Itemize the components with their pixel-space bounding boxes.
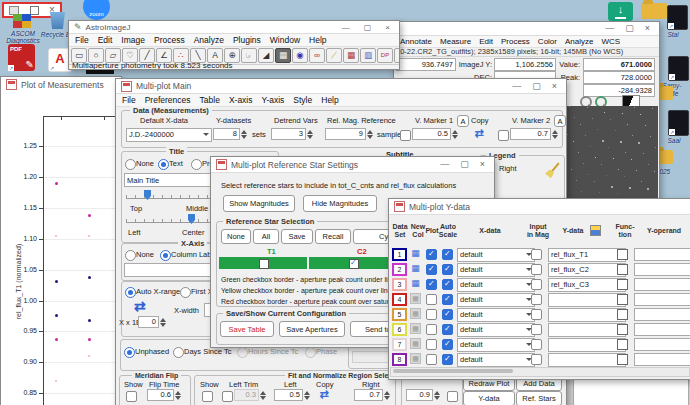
menu-yaxis[interactable]: Y-axis: [262, 95, 285, 105]
save-table-button[interactable]: Save Table: [220, 321, 274, 337]
menu-xaxis[interactable]: X-axis: [229, 95, 253, 105]
menu-edit[interactable]: Edit: [98, 35, 113, 45]
phase-radio[interactable]: [305, 347, 316, 358]
save-button[interactable]: Save: [281, 229, 313, 244]
auto-scale-checkbox[interactable]: [442, 264, 453, 275]
y-operand-field[interactable]: [634, 263, 690, 276]
new-col-icon[interactable]: ▦: [410, 308, 421, 319]
y-operand-field[interactable]: [634, 293, 690, 306]
plot-checkbox[interactable]: [426, 354, 437, 365]
plot-checkbox[interactable]: [426, 324, 437, 335]
minimize-icon[interactable]: —: [342, 23, 350, 32]
new-col-icon[interactable]: ▦: [410, 248, 421, 259]
new-col-icon[interactable]: ▦: [410, 323, 421, 334]
fit-left-spinner[interactable]: 0.5: [274, 389, 312, 401]
ydata-hscrollbar[interactable]: [390, 367, 690, 377]
y-data-dropdown[interactable]: rel_flux_C2: [548, 263, 626, 277]
plot-checkbox[interactable]: [426, 294, 437, 305]
y-operand-field[interactable]: [634, 308, 690, 321]
menu-file[interactable]: File: [75, 35, 89, 45]
auto-scale-checkbox[interactable]: [442, 339, 453, 350]
downloads-icon[interactable]: ↓: [608, 2, 633, 21]
multiplot-main-titlebar[interactable]: Multi-plot Main — ▢ ×: [116, 79, 566, 94]
xaxis-none-radio[interactable]: [125, 250, 136, 261]
y-data-dropdown[interactable]: [548, 338, 626, 352]
auto-scale-checkbox[interactable]: [442, 294, 453, 305]
fit-copy-icon[interactable]: ⇄: [314, 388, 334, 401]
close-icon[interactable]: ×: [385, 23, 390, 32]
y-data-dropdown[interactable]: [548, 353, 626, 367]
auto-x-range-radio[interactable]: [125, 287, 136, 298]
menu-measure[interactable]: Measure: [440, 37, 471, 46]
star-c2-checkbox[interactable]: [349, 259, 359, 269]
title-text-radio[interactable]: [158, 159, 169, 170]
new-col-icon[interactable]: ▦: [410, 278, 421, 289]
table-tool[interactable]: ▥: [360, 48, 376, 63]
unphased-radio[interactable]: [124, 347, 135, 358]
plot-checkbox[interactable]: [426, 279, 437, 290]
plot-checkbox[interactable]: [426, 249, 437, 260]
app-icon[interactable]: ↗: [668, 110, 689, 136]
default-x-dropdown[interactable]: J.D.-2400000: [126, 128, 212, 142]
x-data-dropdown[interactable]: default: [457, 353, 535, 367]
x-data-dropdown[interactable]: default: [457, 338, 535, 352]
auto-scale-checkbox[interactable]: [442, 324, 453, 335]
v-marker2-a-button[interactable]: A: [554, 115, 566, 127]
input-in-mag-checkbox[interactable]: [531, 294, 542, 305]
minimize-icon[interactable]: —: [440, 160, 449, 169]
left-trim-spinner[interactable]: 0.3: [234, 389, 268, 401]
menu-process[interactable]: Process: [501, 37, 530, 46]
minimize-icon[interactable]: —: [605, 24, 614, 33]
imagej-x-field[interactable]: 936.7497: [396, 58, 456, 71]
ref-stars-button[interactable]: Ref. Stars: [516, 391, 562, 405]
x-range-arrows-icon[interactable]: ⇄: [134, 298, 146, 314]
input-in-mag-checkbox[interactable]: [531, 279, 542, 290]
image-window-titlebar[interactable]: — ▢ ×: [394, 22, 659, 36]
auto-scale-checkbox[interactable]: [442, 309, 453, 320]
maximize-icon[interactable]: ▢: [364, 23, 372, 32]
y-data-dropdown[interactable]: [548, 293, 626, 307]
menu-image[interactable]: Image: [121, 35, 145, 45]
x-mult-spinner[interactable]: 0: [138, 316, 168, 328]
y-data-dropdown[interactable]: rel_flux_C3: [548, 278, 626, 292]
pdf-app-icon[interactable]: PDF ✎ ↗: [8, 44, 35, 71]
menu-table[interactable]: Table: [200, 95, 220, 105]
recycle-bin-icon[interactable]: [50, 12, 65, 29]
menu-annotate[interactable]: Annotate: [400, 37, 432, 46]
fit-right-spinner[interactable]: 0.7: [354, 389, 392, 401]
brightness-tool[interactable]: ▦: [275, 48, 291, 63]
x-data-dropdown[interactable]: default: [457, 248, 535, 262]
right-trim-checkbox[interactable]: [447, 391, 458, 402]
maximize-icon[interactable]: ▢: [532, 82, 541, 91]
right-trim-spinner[interactable]: 0.9: [406, 389, 442, 401]
menu-process[interactable]: Process: [154, 35, 185, 45]
y-datasets-spinner[interactable]: 8: [213, 128, 249, 140]
title-programmable-radio[interactable]: [191, 159, 202, 170]
folder-icon[interactable]: [641, 3, 667, 19]
auto-scale-checkbox[interactable]: [442, 249, 453, 260]
meridian-show-checkbox[interactable]: [126, 391, 137, 402]
multi-aperture-tool[interactable]: ∞: [309, 48, 325, 63]
v-marker2-spinner[interactable]: 0.7: [510, 128, 560, 140]
v-marker1-spinner[interactable]: 0.5: [412, 128, 460, 140]
input-in-mag-checkbox[interactable]: [531, 354, 542, 365]
function-checkbox[interactable]: [617, 279, 628, 290]
y-data-button[interactable]: Y-data: [463, 391, 515, 405]
xaxis-column-radio[interactable]: [160, 250, 171, 261]
hand-tool[interactable]: ☞: [241, 48, 257, 63]
annotate-tool[interactable]: ↗: [394, 48, 400, 63]
function-checkbox[interactable]: [617, 264, 628, 275]
none-button[interactable]: None: [221, 229, 251, 244]
menu-window[interactable]: Window: [270, 35, 300, 45]
input-in-mag-checkbox[interactable]: [531, 249, 542, 260]
v-marker2-checkbox[interactable]: [498, 130, 509, 141]
recall-button[interactable]: Recall: [315, 229, 351, 244]
flip-time-spinner[interactable]: 0.6: [147, 389, 183, 401]
ref-window-titlebar[interactable]: Multi-plot Reference Star Settings — ▢ ×: [211, 157, 494, 173]
close-icon[interactable]: ×: [552, 82, 557, 91]
menu-help[interactable]: Help: [309, 35, 326, 45]
star-t1-checkbox[interactable]: [259, 259, 269, 269]
astroimagej-titlebar[interactable]: ✎ AstroImageJ — ▢ ×: [69, 21, 399, 34]
show-magnitudes-button[interactable]: Show Magnitudes: [223, 195, 295, 212]
v-marker1-checkbox[interactable]: [400, 130, 411, 141]
